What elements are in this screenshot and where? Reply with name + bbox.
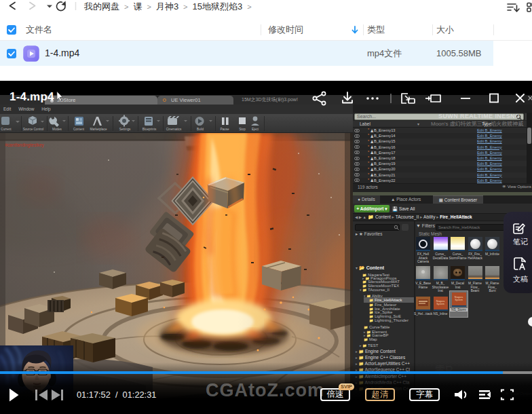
svg-text:#cantfandingtestkey: #cantfandingtestkey (5, 143, 45, 148)
svg-text:Cinematics: Cinematics (166, 128, 182, 131)
svg-text:Eject: Eject (252, 128, 259, 131)
svg-text:Source Control: Source Control (23, 128, 44, 131)
svg-text:Stop: Stop (239, 128, 246, 131)
svg-text:Settings: Settings (119, 128, 131, 131)
svg-text:Modes: Modes (52, 128, 62, 131)
svg-text:Pause: Pause (220, 128, 229, 131)
svg-text:Build: Build (197, 128, 204, 131)
svg-text:Current: Current (1, 128, 12, 131)
svg-text:Marketplace: Marketplace (90, 128, 107, 131)
svg-text:Blueprints: Blueprints (142, 128, 157, 131)
svg-text:Content: Content (73, 128, 85, 131)
